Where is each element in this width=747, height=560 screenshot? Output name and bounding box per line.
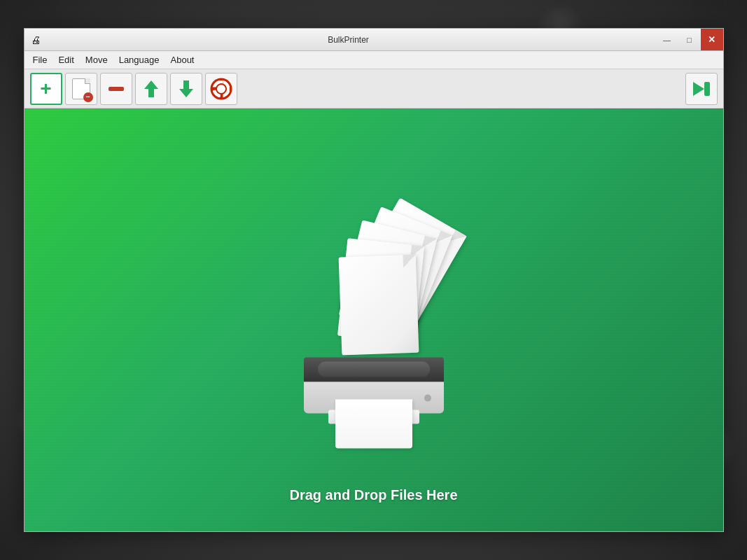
remove-from-list-button[interactable]: − [65,73,97,105]
move-up-button[interactable] [135,73,167,105]
menu-move[interactable]: Move [80,52,113,67]
printer-roll [318,362,430,377]
printer-bottom [304,382,444,414]
app-icon: 🖨 [30,34,41,46]
printer-illustration [262,204,486,428]
title-bar: 🖨 BulkPrinter — □ ✕ [25,29,723,51]
minus-icon [109,87,124,91]
menu-bar: File Edit Move Language About [25,51,723,69]
toolbar: + − [25,69,723,108]
close-button[interactable]: ✕ [701,29,723,50]
help-button[interactable] [205,73,237,105]
window-title: BulkPrinter [41,35,656,45]
arrow-right-icon [690,78,713,100]
printer-top [304,358,444,382]
red-minus-badge: − [83,92,93,102]
printer-output-paper [335,400,412,449]
app-window: 🖨 BulkPrinter — □ ✕ File Edit Move Langu… [24,28,724,532]
add-files-button[interactable]: + [30,73,62,105]
printer-body [304,358,444,414]
remove-button[interactable] [100,73,132,105]
menu-edit[interactable]: Edit [53,52,79,67]
svg-rect-6 [704,82,710,96]
svg-marker-5 [693,82,704,96]
page-sheet-5 [338,255,419,356]
svg-point-3 [216,84,226,94]
menu-file[interactable]: File [27,52,53,67]
page-minus-icon: − [72,78,90,99]
arrow-down-icon [178,79,195,99]
arrow-up-icon [143,79,160,99]
plus-icon: + [40,79,51,99]
maximize-button[interactable]: □ [678,29,701,50]
drop-zone[interactable]: Drag and Drop Files Here [25,108,723,531]
svg-marker-1 [179,80,193,97]
menu-about[interactable]: About [165,52,200,67]
drag-drop-label: Drag and Drop Files Here [289,487,457,503]
move-down-button[interactable] [170,73,202,105]
window-controls: — □ ✕ [656,29,723,50]
svg-marker-0 [144,80,158,97]
print-next-button[interactable] [685,73,718,105]
printer-button [424,394,431,401]
minimize-button[interactable]: — [656,29,678,50]
menu-language[interactable]: Language [113,52,165,67]
help-ring-icon [210,78,232,100]
